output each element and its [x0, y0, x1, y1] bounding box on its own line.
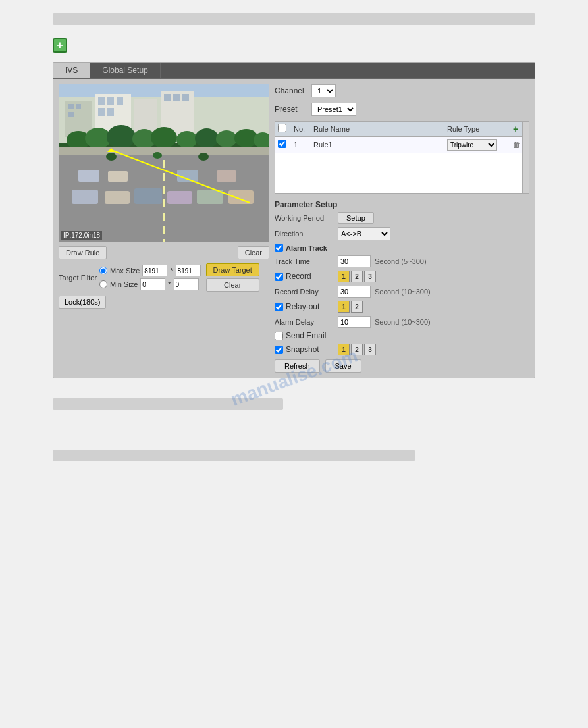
add-rule-icon[interactable]: +	[513, 124, 518, 134]
alarm-delay-input[interactable]	[338, 316, 371, 328]
svg-rect-31	[105, 191, 130, 204]
camera-view: IP:172.0in18	[59, 84, 269, 242]
working-period-setup-btn[interactable]: Setup	[338, 212, 374, 224]
svg-point-24	[216, 130, 237, 147]
direction-select[interactable]: A<->B A->B B->A	[338, 227, 390, 240]
record-delay-input[interactable]	[338, 286, 371, 298]
filter-label: Target Filter	[59, 274, 97, 282]
svg-rect-35	[228, 190, 254, 204]
svg-rect-15	[173, 94, 180, 101]
relay-out-ch1-button[interactable]: 1	[338, 301, 350, 313]
snapshot-ch2-button[interactable]: 2	[351, 344, 363, 355]
svg-rect-32	[134, 188, 162, 204]
camera-overlay: IP:172.0in18	[61, 231, 102, 240]
lock-row: Lock(180s)	[59, 296, 269, 309]
track-time-label: Track Time	[275, 257, 334, 265]
svg-rect-14	[164, 94, 171, 101]
clear1-button[interactable]: Clear	[238, 246, 269, 259]
working-period-row: Working Period Setup	[275, 212, 529, 224]
snapshot-ch3-button[interactable]: 3	[364, 344, 376, 355]
alarm-track-checkbox[interactable]	[275, 244, 283, 252]
refresh-button[interactable]: Refresh	[275, 359, 320, 373]
lock-button[interactable]: Lock(180s)	[59, 296, 106, 309]
channel-select[interactable]: 1	[311, 84, 336, 97]
max-size-h-input[interactable]	[176, 265, 201, 276]
svg-rect-7	[98, 97, 105, 105]
save-button[interactable]: Save	[325, 359, 361, 373]
svg-point-41	[153, 152, 162, 159]
svg-point-40	[106, 153, 117, 161]
record-delay-hint: Second (10~300)	[375, 288, 431, 296]
col-name-header: Rule Name	[313, 125, 447, 133]
rules-empty-space	[275, 153, 529, 193]
max-size-w-input[interactable]	[142, 265, 167, 276]
draw-rule-row: Draw Rule Clear	[59, 246, 269, 259]
svg-rect-16	[182, 94, 189, 101]
svg-rect-39	[217, 170, 236, 182]
camera-scene	[59, 84, 269, 242]
svg-point-23	[195, 128, 219, 148]
relay-out-ch2-button[interactable]: 2	[351, 301, 363, 313]
clear2-button[interactable]: Clear	[206, 278, 259, 292]
relay-out-channel-buttons: 1 2	[338, 301, 363, 313]
delete-rule-icon[interactable]: 🗑	[513, 140, 521, 149]
record-label: Record	[286, 272, 311, 281]
filter-row: Target Filter Max Size * Min Size	[59, 263, 269, 292]
track-time-input[interactable]	[338, 255, 371, 267]
left-side: IP:172.0in18 Draw Rule Clear Target Filt…	[59, 84, 269, 373]
table-scrollbar[interactable]	[522, 122, 529, 193]
svg-rect-4	[76, 104, 81, 109]
svg-point-22	[176, 131, 198, 148]
snapshot-channel-buttons: 1 2 3	[338, 344, 376, 355]
col-no-header: No.	[294, 125, 313, 133]
min-size-w-input[interactable]	[140, 278, 165, 290]
svg-rect-8	[107, 97, 114, 105]
main-panel: IVS Global Setup	[53, 62, 535, 378]
snapshot-label: Snapshot	[286, 345, 319, 354]
add-plus-icon[interactable]: +	[53, 38, 67, 53]
svg-rect-5	[68, 112, 74, 117]
send-email-row: Send Email	[275, 331, 529, 340]
preset-label: Preset	[275, 105, 307, 114]
tab-global-setup[interactable]: Global Setup	[90, 63, 160, 78]
filter-min-row: Min Size *	[99, 278, 201, 290]
header-checkbox[interactable]	[278, 124, 286, 132]
channel-row: Channel 1	[275, 84, 529, 97]
rule-type-select[interactable]: Tripwire	[447, 139, 497, 151]
relay-out-checkbox[interactable]	[275, 303, 283, 311]
rule-checkbox[interactable]	[278, 140, 286, 148]
min-size-radio[interactable]	[99, 280, 107, 288]
rule-name: Rule1	[313, 141, 447, 149]
svg-rect-36	[78, 170, 99, 182]
record-checkbox[interactable]	[275, 273, 283, 281]
svg-rect-30	[72, 190, 98, 204]
record-ch3-button[interactable]: 3	[364, 271, 376, 282]
alarm-track-label: Alarm Track	[286, 244, 327, 252]
record-row: Record 1 2 3	[275, 271, 529, 282]
preset-select[interactable]: Preset1	[311, 103, 356, 116]
snapshot-checkbox[interactable]	[275, 346, 283, 354]
snapshot-row: Snapshot 1 2 3	[275, 344, 529, 355]
svg-rect-11	[107, 108, 114, 116]
svg-point-21	[151, 127, 177, 148]
direction-row: Direction A<->B A->B B->A	[275, 227, 529, 240]
record-delay-label: Record Delay	[275, 288, 334, 296]
max-size-radio[interactable]	[99, 267, 107, 274]
record-ch2-button[interactable]: 2	[351, 271, 363, 282]
send-email-checkbox[interactable]	[275, 332, 283, 340]
tab-ivs[interactable]: IVS	[53, 63, 90, 78]
draw-target-button[interactable]: Draw Target	[206, 263, 259, 276]
draw-rule-button[interactable]: Draw Rule	[59, 246, 107, 259]
record-ch1-button[interactable]: 1	[338, 271, 350, 282]
rules-table-header: No. Rule Name Rule Type +	[275, 122, 529, 137]
relay-out-label: Relay-out	[286, 302, 319, 311]
min-size-h-input[interactable]	[174, 278, 199, 290]
bottom-bar-1	[53, 398, 283, 410]
svg-point-19	[107, 125, 136, 149]
svg-point-42	[198, 153, 209, 161]
add-icon-row: +	[53, 38, 535, 53]
working-period-label: Working Period	[275, 214, 334, 222]
filter-x2: *	[168, 280, 171, 288]
max-size-label: Max Size	[110, 267, 140, 274]
snapshot-ch1-button[interactable]: 1	[338, 344, 350, 355]
